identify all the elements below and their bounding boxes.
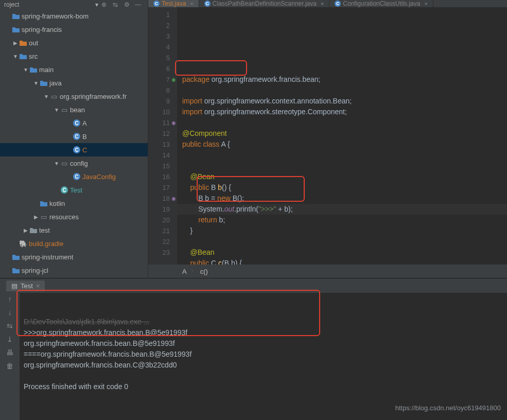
class-icon: C bbox=[335, 1, 341, 7]
line-number[interactable]: 3 bbox=[148, 31, 170, 42]
tree-arrow-icon[interactable]: ▼ bbox=[43, 94, 49, 99]
editor-tab[interactable]: CConfigurationClassUtils.java× bbox=[329, 0, 433, 7]
editor-tab[interactable]: CClassPathBeanDefinitionScanner.java× bbox=[199, 0, 330, 7]
arrow-down-icon[interactable]: ↓ bbox=[8, 308, 12, 317]
print-icon[interactable]: 🖶 bbox=[6, 348, 13, 357]
line-number[interactable]: 7 bbox=[148, 74, 170, 85]
class-icon: C bbox=[73, 173, 80, 180]
target-icon[interactable]: ⊕ bbox=[98, 1, 110, 8]
tree-arrow-icon[interactable]: ▼ bbox=[54, 107, 60, 113]
tree-item-test[interactable]: ▶test bbox=[0, 223, 148, 237]
tree-item-src[interactable]: ▼src bbox=[0, 49, 148, 63]
line-number[interactable]: 12 bbox=[148, 128, 170, 139]
project-sidebar: roject ▾ ⊕ ⇆ ⚙ — spring-framework-bomspr… bbox=[0, 0, 148, 278]
folder-icon bbox=[20, 40, 27, 46]
line-number[interactable]: 2 bbox=[148, 20, 170, 31]
tree-item-java[interactable]: ▼java bbox=[0, 76, 148, 90]
close-icon[interactable]: × bbox=[424, 1, 427, 7]
line-number[interactable]: 21 bbox=[148, 225, 170, 236]
annotation-box-1 bbox=[175, 60, 247, 76]
run-tool-window: ▤ Test × ↑ ↓ ⇆ ⤓ 🖶 🗑 D:\DevTools\Java\jd… bbox=[0, 278, 507, 420]
tree-item-org-springframework-fr[interactable]: ▼▭org.springframework.fr bbox=[0, 90, 148, 103]
hide-icon[interactable]: — bbox=[132, 1, 144, 8]
folder-icon bbox=[40, 200, 47, 206]
editor-tab[interactable]: CTest.java× bbox=[148, 0, 199, 7]
console-output[interactable]: D:\DevTools\Java\jdk1.8\bin\java.exe ...… bbox=[20, 293, 507, 420]
tree-arrow-icon[interactable]: ▼ bbox=[23, 67, 29, 73]
line-number[interactable]: 16 bbox=[148, 171, 170, 182]
close-icon[interactable]: × bbox=[190, 1, 193, 7]
package-icon: ▭ bbox=[61, 160, 67, 167]
line-number[interactable]: 13 bbox=[148, 139, 170, 150]
breadcrumb-method[interactable]: c() bbox=[200, 268, 208, 275]
breadcrumb[interactable]: A 〉 c() bbox=[148, 265, 507, 278]
code-editor[interactable]: package org.springframework.francis.bean… bbox=[177, 7, 507, 265]
line-number[interactable]: 19 bbox=[148, 204, 170, 215]
tree-arrow-icon[interactable]: ▶ bbox=[23, 227, 29, 233]
line-number[interactable]: 5 bbox=[148, 52, 170, 63]
line-number[interactable]: 6 bbox=[148, 63, 170, 74]
tree-item-spring-francis[interactable]: spring-francis bbox=[0, 23, 148, 36]
tree-item-resources[interactable]: ▶▭resources bbox=[0, 210, 148, 223]
tree-item-config[interactable]: ▼▭config bbox=[0, 156, 148, 170]
tree-item-out[interactable]: ▶out bbox=[0, 36, 148, 49]
line-number[interactable]: 11 bbox=[148, 117, 170, 128]
line-number[interactable]: 20 bbox=[148, 215, 170, 225]
folder-icon bbox=[12, 13, 20, 19]
tree-item-main[interactable]: ▼main bbox=[0, 63, 148, 76]
line-number[interactable]: 22 bbox=[148, 236, 170, 247]
line-number[interactable]: 23 bbox=[148, 247, 170, 258]
tree-arrow-icon[interactable]: ▶ bbox=[33, 214, 39, 220]
line-number[interactable]: 9 bbox=[148, 96, 170, 107]
class-icon: C bbox=[204, 1, 211, 7]
line-number[interactable]: 1 bbox=[148, 9, 170, 20]
line-number[interactable]: 8 bbox=[148, 85, 170, 96]
method-gutter-icon[interactable]: ◉ bbox=[170, 117, 177, 128]
line-number[interactable]: 17 bbox=[148, 182, 170, 193]
close-icon[interactable]: × bbox=[36, 282, 40, 290]
line-number[interactable]: 18 bbox=[148, 193, 170, 204]
expand-icon[interactable]: ⇆ bbox=[110, 1, 121, 8]
sidebar-title: roject bbox=[4, 1, 95, 8]
tree-arrow-icon[interactable]: ▼ bbox=[54, 161, 60, 166]
project-tree: spring-framework-bomspring-francis▶out▼s… bbox=[0, 9, 148, 278]
tree-arrow-icon[interactable]: ▼ bbox=[12, 54, 19, 59]
tree-item-bean[interactable]: ▼▭bean bbox=[0, 103, 148, 116]
line-number[interactable]: 14 bbox=[148, 150, 170, 161]
tree-item-kotlin[interactable]: kotlin bbox=[0, 197, 148, 210]
folder-icon: ▭ bbox=[41, 213, 47, 221]
gear-icon[interactable]: ⚙ bbox=[121, 1, 132, 8]
tree-item-a[interactable]: CA bbox=[0, 116, 148, 130]
tree-arrow-icon[interactable]: ▼ bbox=[33, 80, 39, 86]
class-icon: C bbox=[61, 186, 68, 194]
tree-item-spring-instrument[interactable]: spring-instrument bbox=[0, 250, 148, 264]
run-gutter-icon[interactable]: ◉ bbox=[170, 74, 177, 85]
class-icon: C bbox=[73, 119, 80, 127]
trash-icon[interactable]: 🗑 bbox=[6, 362, 13, 370]
tree-item-build-gradle[interactable]: 🐘build.gradle bbox=[0, 237, 148, 250]
tree-item-c[interactable]: CC bbox=[0, 143, 148, 156]
tree-item-b[interactable]: CB bbox=[0, 130, 148, 143]
breadcrumb-class[interactable]: A bbox=[182, 268, 187, 275]
line-number[interactable]: 10 bbox=[148, 107, 170, 117]
tree-item-spring-framework-bom[interactable]: spring-framework-bom bbox=[0, 9, 148, 23]
folder-icon bbox=[12, 26, 20, 32]
tree-item-test[interactable]: CTest bbox=[0, 183, 148, 197]
line-number[interactable]: 4 bbox=[148, 42, 170, 52]
run-config-icon: ▤ bbox=[11, 282, 18, 290]
method-gutter-icon[interactable]: ◉ bbox=[170, 193, 177, 204]
wrap-icon[interactable]: ⇆ bbox=[7, 322, 13, 330]
tree-item-javaconfig[interactable]: CJavaConfig bbox=[0, 170, 148, 183]
class-icon: C bbox=[73, 133, 80, 140]
line-number[interactable]: 15 bbox=[148, 161, 170, 171]
editor-body: 1234567891011121314151617181920212223 ◉ … bbox=[148, 7, 507, 265]
close-icon[interactable]: × bbox=[321, 1, 324, 7]
scroll-icon[interactable]: ⤓ bbox=[7, 335, 13, 343]
editor-area: CTest.java×CClassPathBeanDefinitionScann… bbox=[148, 0, 507, 278]
folder-icon bbox=[20, 53, 27, 59]
tree-arrow-icon[interactable]: ▶ bbox=[12, 40, 19, 46]
class-icon: C bbox=[73, 146, 80, 153]
annotation-box-3 bbox=[16, 290, 320, 336]
tree-item-spring-jcl[interactable]: spring-jcl bbox=[0, 264, 148, 277]
arrow-up-icon[interactable]: ↑ bbox=[8, 295, 12, 303]
